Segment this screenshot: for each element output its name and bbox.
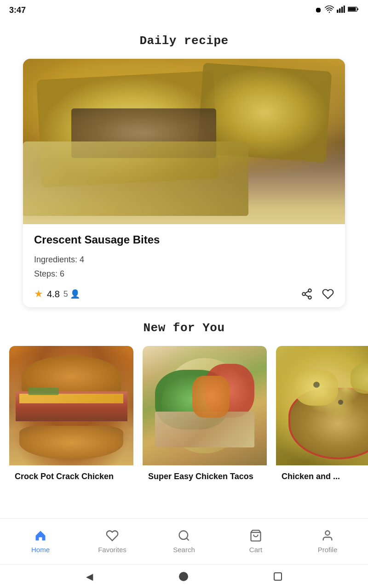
home-icon <box>34 529 47 544</box>
profile-icon <box>321 529 334 544</box>
favorite-button[interactable] <box>322 288 334 300</box>
status-icons: ⏺ <box>315 6 359 15</box>
svg-rect-4 <box>344 6 345 13</box>
android-back-button[interactable]: ◀ <box>86 571 93 582</box>
recipe-rating: ★ 4.8 5 👤 <box>34 288 80 300</box>
new-for-you-title: New for You <box>0 321 368 335</box>
wifi-icon <box>325 6 334 15</box>
notification-icon: ⏺ <box>315 6 322 14</box>
svg-point-13 <box>179 531 188 540</box>
status-bar: 3:47 ⏺ <box>0 0 368 20</box>
star-icon: ★ <box>34 288 43 300</box>
status-time: 3:47 <box>9 6 26 15</box>
signal-icon <box>337 6 345 15</box>
nav-cart[interactable]: Cart <box>220 526 292 557</box>
daily-recipe-card[interactable]: Crescent Sausage Bites Ingredients: 4 St… <box>23 59 345 307</box>
cart-label: Cart <box>249 546 262 554</box>
daily-recipe-image <box>23 59 345 224</box>
recipe-card-3-title: Chicken and ... <box>276 465 368 486</box>
nav-home[interactable]: Home <box>5 526 76 557</box>
svg-rect-6 <box>357 8 358 10</box>
recipe-meta: Ingredients: 4 Steps: 6 <box>34 253 334 281</box>
recipe-card-1-title: Crock Pot Crack Chicken <box>9 465 133 486</box>
recipe-footer: ★ 4.8 5 👤 <box>34 288 334 300</box>
svg-rect-1 <box>337 10 339 13</box>
search-label: Search <box>173 546 195 554</box>
daily-recipe-title: Daily recipe <box>0 34 368 48</box>
favorites-label: Favorites <box>98 546 126 554</box>
svg-rect-2 <box>339 8 341 13</box>
svg-point-16 <box>325 531 329 535</box>
svg-line-14 <box>186 538 189 540</box>
svg-point-0 <box>329 11 330 13</box>
cart-icon <box>249 529 262 544</box>
recipe-card-3[interactable]: Chicken and ... <box>276 346 368 486</box>
search-icon <box>178 529 190 544</box>
nav-profile[interactable]: Profile <box>292 526 363 557</box>
share-button[interactable] <box>301 288 313 300</box>
svg-line-11 <box>305 295 308 297</box>
profile-label: Profile <box>318 546 338 554</box>
main-content: Daily recipe Crescent Sausage Bites Ingr… <box>0 20 368 541</box>
recipe-card-1[interactable]: Crock Pot Crack Chicken <box>9 346 133 486</box>
svg-rect-3 <box>341 7 343 13</box>
ingredients-label: Ingredients: 4 <box>34 253 334 267</box>
nav-favorites[interactable]: Favorites <box>76 526 148 557</box>
svg-rect-7 <box>348 7 356 11</box>
android-nav-bar: ◀ <box>0 564 368 588</box>
nav-search[interactable]: Search <box>148 526 220 557</box>
android-home-button[interactable] <box>179 572 188 581</box>
recipe-card-2-image <box>143 346 267 465</box>
home-label: Home <box>31 546 50 554</box>
steps-label: Steps: 6 <box>34 267 334 281</box>
recipe-name: Crescent Sausage Bites <box>34 233 334 246</box>
android-recent-button[interactable] <box>274 572 282 581</box>
svg-line-12 <box>305 291 308 293</box>
recipe-actions <box>301 288 334 300</box>
review-count: 5 👤 <box>63 289 80 299</box>
new-for-you-list[interactable]: Crock Pot Crack Chicken Super Easy Chick… <box>0 346 368 486</box>
rating-value: 4.8 <box>47 289 60 300</box>
recipe-card-2[interactable]: Super Easy Chicken Tacos <box>143 346 267 486</box>
battery-icon <box>348 6 359 14</box>
recipe-card-3-image <box>276 346 368 465</box>
recipe-card-1-image <box>9 346 133 465</box>
recipe-card-2-title: Super Easy Chicken Tacos <box>143 465 267 486</box>
bottom-nav: Home Favorites Search Cart <box>0 518 368 564</box>
favorites-icon <box>106 529 119 544</box>
daily-recipe-info: Crescent Sausage Bites Ingredients: 4 St… <box>23 224 345 307</box>
